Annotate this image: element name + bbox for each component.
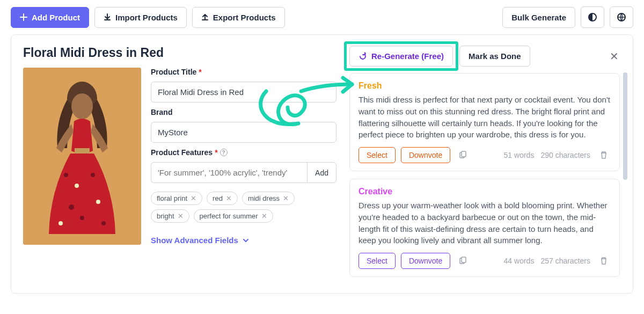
svg-point-7 [75,184,79,188]
plus-icon [20,13,27,21]
svg-point-12 [58,221,63,225]
char-count: 290 characters [540,151,590,159]
export-label: Export Products [213,13,276,22]
mark-done-button[interactable]: Mark as Done [459,46,530,67]
svg-point-10 [96,200,100,204]
product-title-input[interactable] [151,82,336,103]
select-button[interactable]: Select [358,147,396,163]
add-feature-button[interactable]: Add [307,162,336,183]
remove-tag-icon[interactable]: ✕ [178,212,184,220]
brand-label: Brand [151,108,336,116]
copy-icon[interactable] [456,254,470,268]
scrollbar[interactable] [623,72,627,180]
remove-tag-icon[interactable]: ✕ [226,194,232,202]
import-label: Import Products [115,13,178,22]
add-product-button[interactable]: Add Product [11,7,89,28]
moon-icon [588,12,597,22]
feature-tag: red✕ [207,192,238,205]
result-label: Fresh [358,81,611,91]
refresh-icon [358,52,367,61]
feature-tag: midi dress✕ [242,192,295,205]
char-count: 257 characters [540,257,590,265]
svg-point-4 [71,93,93,119]
svg-point-6 [64,173,68,177]
trash-icon[interactable] [597,148,611,162]
theme-toggle-button[interactable] [581,6,604,28]
downvote-button[interactable]: Downvote [401,147,450,163]
svg-rect-15 [462,151,466,157]
select-button[interactable]: Select [358,253,396,269]
page-title: Floral Midi Dress in Red [23,46,336,60]
result-text: This midi dress is perfect for that next… [358,94,611,141]
download-icon [104,13,111,21]
import-products-button[interactable]: Import Products [94,7,187,28]
language-button[interactable] [610,6,633,28]
remove-tag-icon[interactable]: ✕ [191,194,196,202]
title-label: Product Title * [151,68,336,76]
remove-tag-icon[interactable]: ✕ [283,194,289,202]
features-input[interactable] [151,162,307,183]
svg-rect-5 [75,148,90,154]
brand-input[interactable] [151,122,336,143]
trash-icon[interactable] [597,254,611,268]
globe-icon [617,12,626,22]
upload-icon [201,13,209,21]
features-label: Product Features * ? [151,148,336,157]
svg-point-9 [69,205,74,210]
word-count: 51 words [504,151,535,159]
add-product-label: Add Product [32,13,80,22]
result-text: Dress up your warm-weather look with a b… [358,200,611,246]
product-image [23,68,141,245]
export-products-button[interactable]: Export Products [192,7,285,28]
chevron-down-icon [243,237,249,244]
svg-point-11 [80,216,84,220]
feature-tag: floral print✕ [151,192,202,205]
feature-tag: perfect for summer✕ [194,209,273,223]
remove-tag-icon[interactable]: ✕ [261,212,267,220]
svg-rect-17 [462,257,466,262]
copy-icon[interactable] [456,148,470,162]
svg-point-13 [101,221,106,225]
svg-point-8 [91,173,95,177]
regenerate-button[interactable]: Re-Generate (Free) [349,46,453,67]
word-count: 44 words [504,257,535,265]
bulk-generate-button[interactable]: Bulk Generate [502,7,575,28]
result-label: Creative [358,187,611,196]
close-button[interactable]: ✕ [605,48,623,65]
show-advanced-link[interactable]: Show Advanced Fields [151,236,336,245]
feature-tags: floral print✕red✕midi dress✕bright✕perfe… [151,192,336,223]
result-card: FreshThis midi dress is perfect for that… [349,73,620,171]
result-card: CreativeDress up your warm-weather look … [349,179,620,277]
help-icon[interactable]: ? [220,149,228,156]
feature-tag: bright✕ [151,209,189,223]
downvote-button[interactable]: Downvote [401,253,450,269]
